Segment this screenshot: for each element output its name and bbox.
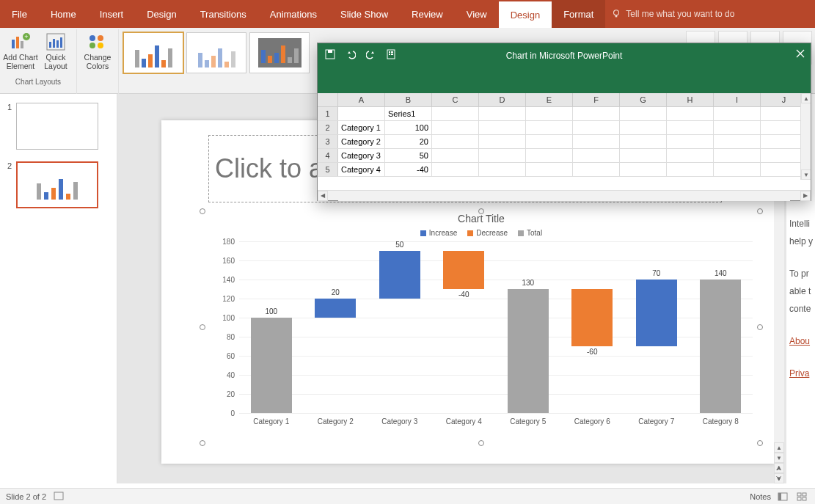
grid-cell[interactable] — [432, 135, 479, 148]
tab-review[interactable]: Review — [400, 0, 455, 28]
column-header[interactable]: C — [432, 93, 479, 106]
tab-animations[interactable]: Animations — [258, 0, 329, 28]
data-window-titlebar[interactable]: Chart in Microsoft PowerPoint — [318, 43, 811, 93]
quick-layout-button[interactable]: Quick Layout — [38, 29, 73, 79]
slide-thumbnail-panel[interactable]: 1 2 — [0, 94, 117, 483]
grid-cell[interactable] — [526, 135, 573, 148]
grid-cell[interactable] — [573, 107, 620, 120]
tab-chart-design[interactable]: Design — [499, 0, 552, 28]
tab-insert[interactable]: Insert — [88, 0, 136, 28]
grid-row[interactable]: 1Series1 — [318, 107, 811, 121]
grid-cell[interactable] — [526, 149, 573, 162]
chart-bar[interactable]: 100 — [251, 318, 292, 413]
grid-cell[interactable] — [479, 149, 526, 162]
grid-cell[interactable] — [526, 163, 573, 176]
grid-cell[interactable]: Category 2 — [338, 135, 385, 148]
chart-object[interactable]: Chart Title Increase Decrease Total 0204… — [202, 211, 760, 443]
selection-handle[interactable] — [478, 208, 484, 214]
scroll-down-icon[interactable]: ▼ — [774, 453, 784, 463]
tab-format[interactable]: Format — [552, 0, 605, 28]
grid-row[interactable]: 5Category 4-40 — [318, 163, 811, 177]
grid-cell[interactable]: 100 — [385, 121, 432, 134]
close-button[interactable] — [796, 49, 805, 60]
chart-style-1[interactable] — [123, 32, 183, 73]
grid-cell[interactable]: Series1 — [385, 107, 432, 120]
row-header[interactable]: 4 — [318, 149, 338, 162]
selection-handle[interactable] — [200, 324, 205, 330]
grid-cell[interactable] — [573, 163, 620, 176]
peek-about-link[interactable]: Abou — [789, 336, 815, 346]
chart-bar[interactable]: 70 — [636, 280, 677, 346]
spreadsheet-grid[interactable]: ABCDEFGHIJ 1Series12Category 11003Catego… — [318, 93, 811, 190]
column-header[interactable]: F — [573, 93, 620, 106]
selection-handle[interactable] — [757, 440, 763, 446]
peek-privacy-link[interactable]: Priva — [789, 368, 815, 379]
grid-cell[interactable] — [667, 107, 714, 120]
tab-slideshow[interactable]: Slide Show — [329, 0, 400, 28]
grid-cell[interactable] — [526, 107, 573, 120]
sorter-view-icon[interactable] — [794, 491, 809, 503]
grid-cell[interactable] — [573, 121, 620, 134]
chart-styles-gallery[interactable] — [119, 29, 311, 73]
spell-check-icon[interactable] — [54, 492, 64, 502]
grid-cell[interactable] — [526, 121, 573, 134]
tell-me-search[interactable]: Tell me what you want to do — [605, 0, 746, 28]
grid-cell[interactable] — [714, 149, 761, 162]
chart-style-3[interactable] — [249, 32, 310, 73]
selection-handle[interactable] — [200, 440, 205, 446]
grid-row[interactable]: 4Category 350 — [318, 149, 811, 163]
column-header[interactable]: H — [667, 93, 714, 106]
grid-cell[interactable] — [479, 107, 526, 120]
grid-cell[interactable] — [479, 163, 526, 176]
grid-cell[interactable] — [667, 163, 714, 176]
row-header[interactable]: 2 — [318, 121, 338, 134]
grid-cell[interactable]: 50 — [385, 149, 432, 162]
scroll-left-icon[interactable]: ◀ — [318, 191, 328, 201]
chart-data-window[interactable]: Chart in Microsoft PowerPoint ABCDEFGHIJ… — [317, 43, 811, 201]
row-header[interactable]: 5 — [318, 163, 338, 176]
grid-cell[interactable]: Category 3 — [338, 149, 385, 162]
row-header[interactable]: 1 — [318, 107, 338, 120]
grid-vertical-scrollbar[interactable]: ▲ ▼ — [800, 93, 811, 180]
column-header[interactable]: I — [714, 93, 761, 106]
scroll-up-icon[interactable]: ▲ — [774, 442, 784, 453]
grid-cell[interactable] — [338, 107, 385, 120]
grid-cell[interactable]: Category 1 — [338, 121, 385, 134]
selection-handle[interactable] — [478, 440, 484, 446]
selection-handle[interactable] — [200, 208, 205, 214]
grid-cell[interactable] — [620, 163, 667, 176]
grid-cell[interactable] — [620, 135, 667, 148]
notes-button[interactable]: Notes — [750, 492, 771, 501]
grid-cell[interactable]: 20 — [385, 135, 432, 148]
slide-thumb-2[interactable] — [16, 161, 98, 208]
tab-file[interactable]: File — [0, 0, 39, 28]
chart-plot-area[interactable]: 0204060801001201401601801002050-40130-60… — [239, 241, 753, 413]
scroll-down-icon[interactable]: ▼ — [801, 169, 811, 180]
grid-cell[interactable]: -40 — [385, 163, 432, 176]
chart-bar[interactable]: 50 — [379, 251, 420, 299]
grid-cell[interactable] — [432, 121, 479, 134]
grid-cell[interactable] — [573, 149, 620, 162]
selection-handle[interactable] — [757, 208, 763, 214]
grid-cell[interactable] — [714, 121, 761, 134]
chart-bar[interactable]: 130 — [508, 289, 549, 413]
column-header[interactable]: B — [385, 93, 432, 106]
chart-style-2[interactable] — [186, 32, 246, 73]
grid-horizontal-scrollbar[interactable]: ◀ ▶ — [318, 190, 811, 200]
scroll-track[interactable] — [338, 191, 790, 201]
tab-design[interactable]: Design — [135, 0, 188, 28]
selection-handle[interactable] — [757, 324, 763, 330]
grid-cell[interactable] — [714, 163, 761, 176]
chart-bar[interactable]: -60 — [571, 289, 613, 346]
grid-cell[interactable] — [432, 149, 479, 162]
grid-cell[interactable] — [479, 121, 526, 134]
scroll-right-icon[interactable]: ▶ — [800, 191, 811, 201]
chart-title[interactable]: Chart Title — [202, 213, 760, 224]
grid-cell[interactable] — [432, 107, 479, 120]
chart-bar[interactable]: -40 — [443, 251, 484, 289]
grid-cell[interactable]: Category 4 — [338, 163, 385, 176]
normal-view-icon[interactable] — [775, 491, 790, 503]
grid-cell[interactable] — [479, 135, 526, 148]
grid-cell[interactable] — [714, 135, 761, 148]
grid-cell[interactable] — [573, 135, 620, 148]
